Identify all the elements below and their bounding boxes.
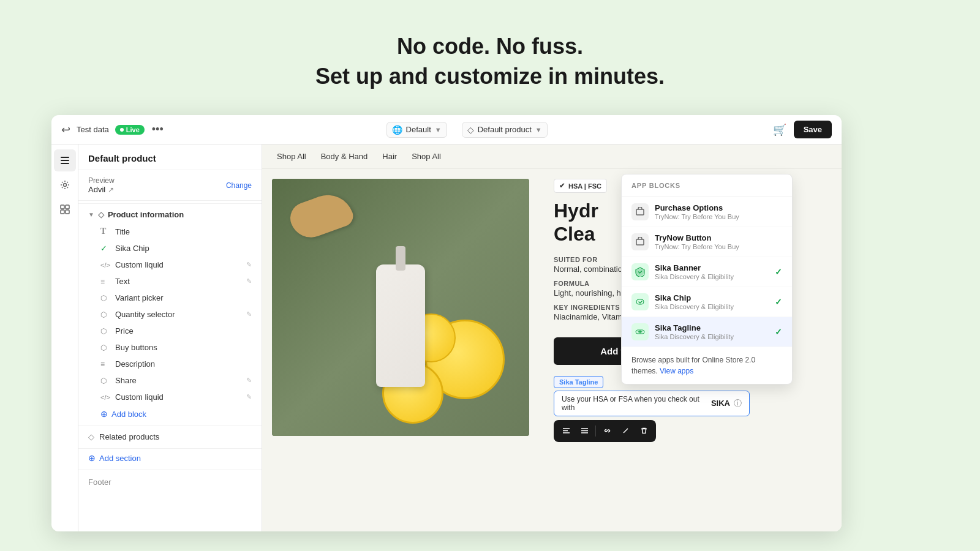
edit-icon[interactable]: ✎: [246, 261, 252, 269]
app-block-item[interactable]: Sika Chip Sika Discovery & Eligibility ✓: [622, 287, 792, 317]
top-bar-center: 🌐 Default ▼ ◇ Default product ▼: [171, 122, 763, 138]
price-icon: ⬡: [100, 327, 110, 335]
product-information-group[interactable]: ▼ ◇ Product information: [78, 206, 262, 223]
nav-item-shop-all-2[interactable]: Shop All: [412, 152, 441, 161]
app-block-icon: [631, 293, 649, 310]
code-icon: </>: [100, 261, 110, 269]
plus-icon: ⊕: [100, 409, 108, 419]
edit-icon[interactable]: ✎: [246, 377, 252, 384]
nav-item-body-hand[interactable]: Body & Hand: [321, 152, 368, 161]
edit-icon[interactable]: ✎: [246, 310, 252, 318]
hero-title: No code. No fuss. Set up and customize i…: [0, 32, 980, 91]
code2-icon: </>: [100, 394, 110, 401]
toolbar-link-button[interactable]: [598, 422, 616, 440]
toolbar-trash-button[interactable]: [635, 422, 652, 440]
svg-line-14: [624, 429, 628, 433]
nav-item-hair[interactable]: Hair: [382, 152, 397, 161]
sidebar-title: Default product: [78, 144, 262, 170]
list-item[interactable]: ≡ Text ✎: [78, 273, 262, 290]
left-sidebar: Default product Preview Advil ↗ Change ▼…: [78, 144, 262, 531]
tagline-toolbar: [554, 420, 656, 442]
svg-rect-16: [636, 239, 644, 245]
svg-rect-4: [61, 205, 64, 209]
nav-sections-icon[interactable]: [54, 149, 76, 171]
check-icon: ✓: [775, 297, 782, 307]
list-item[interactable]: ⬡ Variant picker: [78, 290, 262, 306]
ginger-decoration: [286, 188, 356, 244]
app-block-info: Sika Banner Sika Discovery & Eligibility: [655, 263, 769, 280]
bottle-pump: [396, 246, 405, 271]
app-block-info: Sika Tagline Sika Discovery & Eligibilit…: [655, 323, 769, 340]
toolbar-list-button[interactable]: [576, 422, 593, 440]
app-block-item-highlighted[interactable]: Sika Tagline Sika Discovery & Eligibilit…: [622, 317, 792, 347]
list-item[interactable]: ⬡ Buy buttons: [78, 339, 262, 356]
sika-tagline-badge: Sika Tagline: [554, 376, 603, 388]
toolbar-align-button[interactable]: [557, 422, 575, 440]
back-icon[interactable]: ↩: [61, 123, 70, 137]
check-icon: ✓: [775, 267, 782, 277]
product-image-bg: [272, 179, 529, 436]
cart-icon[interactable]: 🛒: [771, 121, 789, 139]
add-block-button[interactable]: ⊕ Add block: [78, 405, 262, 422]
app-block-item[interactable]: TryNow Button TryNow: Try Before You Buy: [622, 227, 792, 257]
test-data-label: Test data: [77, 125, 109, 134]
app-block-item[interactable]: Purchase Options TryNow: Try Before You …: [622, 197, 792, 227]
nav-apps-icon[interactable]: [54, 198, 76, 220]
nav-settings-icon[interactable]: [54, 174, 76, 196]
browse-apps-text: Browse apps built for Online Store 2.0 t…: [622, 347, 792, 384]
svg-point-3: [63, 184, 66, 187]
share-icon: ⬡: [100, 377, 110, 385]
hexagon-icon: ◇: [98, 210, 104, 219]
list-item[interactable]: ⬡ Share ✎: [78, 372, 262, 389]
list-item[interactable]: ≡ Description: [78, 356, 262, 372]
check-icon: ✓: [100, 244, 110, 253]
list-icon: ≡: [100, 277, 110, 286]
top-bar-left: ↩ Test data Live •••: [61, 123, 164, 137]
svg-rect-5: [66, 205, 69, 209]
preview-area: Shop All Body & Hand Hair Shop All: [262, 144, 842, 531]
theme-chevron-icon: ▼: [435, 126, 442, 133]
globe-icon: 🌐: [392, 125, 402, 135]
divider: [78, 203, 262, 204]
more-options-button[interactable]: •••: [152, 123, 164, 136]
list-item[interactable]: </> Custom liquid ✎: [78, 257, 262, 273]
bottle-decoration: [376, 264, 425, 387]
preview-section: Preview Advil ↗ Change: [78, 170, 262, 201]
icon-nav: [51, 144, 78, 531]
group-chevron-icon: ▼: [88, 211, 94, 218]
nav-item-shop-all-1[interactable]: Shop All: [277, 152, 306, 161]
app-block-item[interactable]: Sika Banner Sika Discovery & Eligibility…: [622, 257, 792, 287]
change-button[interactable]: Change: [226, 181, 252, 190]
external-link-icon: ↗: [108, 186, 114, 194]
diamond-icon: ◇: [88, 432, 94, 441]
view-apps-link[interactable]: View apps: [660, 367, 693, 375]
variant-icon: ⬡: [100, 294, 110, 302]
top-bar: ↩ Test data Live ••• 🌐 Default ▼ ◇ Defau…: [51, 115, 842, 144]
edit-icon[interactable]: ✎: [246, 277, 252, 285]
svg-rect-0: [61, 157, 69, 158]
add-section-button[interactable]: ⊕ Add section: [78, 448, 262, 467]
product-image: [272, 179, 529, 436]
sika-logo: SIKA: [711, 399, 730, 408]
toolbar-slash-button[interactable]: [617, 422, 634, 440]
text-icon: T: [100, 227, 110, 236]
hsa-badge: ✔ HSA | FSC: [554, 179, 607, 193]
svg-rect-6: [61, 210, 64, 214]
tag-icon: ◇: [467, 125, 474, 135]
divider: [78, 425, 262, 425]
info-icon[interactable]: ⓘ: [734, 398, 742, 409]
edit-icon[interactable]: ✎: [246, 393, 252, 401]
save-button[interactable]: Save: [794, 121, 832, 138]
preview-info: Preview Advil ↗: [88, 176, 115, 194]
list-item[interactable]: ⬡ Quantity selector ✎: [78, 306, 262, 323]
app-block-icon: [631, 263, 649, 280]
list-item[interactable]: T Title: [78, 223, 262, 240]
live-badge: Live: [115, 125, 145, 135]
list-item[interactable]: </> Custom liquid ✎: [78, 389, 262, 405]
plus-icon: ⊕: [88, 453, 96, 463]
theme-dropdown[interactable]: 🌐 Default ▼: [386, 122, 447, 138]
product-dropdown[interactable]: ◇ Default product ▼: [462, 122, 548, 138]
list-item[interactable]: ⬡ Price: [78, 323, 262, 339]
related-products-item[interactable]: ◇ Related products: [78, 428, 262, 446]
list-item[interactable]: ✓ Sika Chip: [78, 240, 262, 257]
